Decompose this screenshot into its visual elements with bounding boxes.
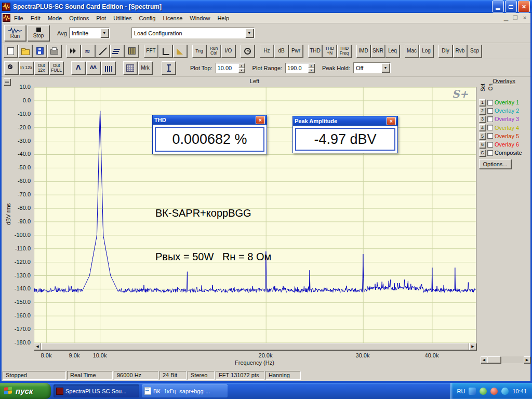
overlay-set-button-1[interactable]: 1 [479,99,486,106]
peak-hold-combo[interactable]: Off ▼ [353,62,391,73]
snr-button[interactable]: SNR [371,45,385,58]
avg-combo-arrow-icon[interactable]: ▼ [100,29,109,37]
zoom-button[interactable] [4,61,18,74]
zoom-spectrum-button[interactable] [81,45,95,58]
minimize-button[interactable] [492,1,504,12]
calibration-button[interactable] [173,45,187,58]
open-file-button[interactable] [18,45,32,58]
run-button[interactable]: Run [4,25,26,41]
overlay-set-button-C[interactable]: C [479,150,486,156]
peak-hold-arrow-icon[interactable]: ▼ [381,63,390,72]
overlay-checkbox-6[interactable] [487,142,493,148]
menu-help[interactable]: Help [214,14,233,22]
overlay-set-button-6[interactable]: 6 [479,141,486,148]
scroll-left-icon[interactable]: ◀ [481,356,487,363]
overlay-checkbox-5[interactable] [487,133,493,139]
overlay-set-button-5[interactable]: 5 [479,132,486,139]
title-bar[interactable]: SpectraPLUS-SC Sound Card Edition - [Spe… [0,0,532,13]
scroll-right-icon[interactable]: ▶ [524,356,530,363]
menu-options[interactable]: Options [65,14,92,22]
overlay-checkbox-2[interactable] [487,108,493,114]
thd-n-button[interactable]: THD +N [323,45,337,58]
plot-top-spinner[interactable]: 10.00 ▲ ▼ [216,63,245,73]
histogram-button[interactable] [101,61,115,74]
peak-curve-button[interactable] [71,61,85,74]
network-icon[interactable] [469,388,476,395]
overlay-set-button-3[interactable]: 3 [479,116,486,123]
mdi-minimize-button[interactable]: ▁ [502,15,510,21]
scrollbar-thumb[interactable] [487,356,501,363]
hz-units-button[interactable]: Hz [260,45,274,58]
zoom-out-12x-button[interactable]: Out 12x [34,61,48,74]
imd-button[interactable]: IMD [356,45,370,58]
mdi-close-button[interactable]: × [521,15,528,21]
save-button[interactable] [33,45,47,58]
language-indicator[interactable]: RU [457,388,466,394]
peak-window-titlebar[interactable]: Peak Amplitude × [293,116,397,126]
menu-window[interactable]: Window [186,14,214,22]
print-button[interactable] [47,45,61,58]
restore-button[interactable] [505,1,517,12]
compare-curves-button[interactable] [86,61,100,74]
spin-down-icon[interactable]: ▼ [308,68,314,73]
thd-window-titlebar[interactable]: THD × [153,115,267,125]
avg-combo[interactable]: Infinite ▼ [69,28,110,38]
scope-button[interactable]: Scp [468,45,482,58]
overlay-checkbox-4[interactable] [487,125,493,130]
leq-button[interactable]: Leq [385,45,400,58]
taskbar-task-1[interactable]: SpectraPLUS-SC Sou... [54,384,139,397]
phase-plot-button[interactable] [96,45,110,58]
log-button[interactable]: Log [419,45,433,58]
zoom-out-full-button[interactable]: Out FULL [49,61,63,74]
menu-plot[interactable]: Plot [92,14,110,22]
zoom-in-12x-button[interactable]: In 12x [19,61,33,74]
power-units-button[interactable]: Pwr [289,45,303,58]
overlay-checkbox-3[interactable] [487,116,493,122]
scroll-right-icon[interactable]: ▶ [469,343,476,350]
mdi-child-icon[interactable] [3,14,10,22]
overlay-set-button-4[interactable]: 4 [479,124,486,131]
overlay-checkbox-1[interactable] [487,100,493,105]
plot-horizontal-scrollbar[interactable]: ◀ ▶ [34,343,476,350]
play-all-button[interactable] [66,45,81,58]
splitter-corner-button[interactable] [4,78,10,85]
close-button[interactable]: × [518,1,530,12]
peak-amplitude-window[interactable]: Peak Amplitude × -4.97 dBV [292,116,398,153]
plot-range-value[interactable]: 190.0 [286,63,308,73]
load-configuration-combo[interactable]: Load Configuration ▼ [131,28,255,38]
thd-freq-button[interactable]: THD Freq [337,45,351,58]
new-file-button[interactable] [4,45,18,58]
scroll-left-icon[interactable]: ◀ [34,343,41,350]
run-control-button[interactable]: Run Ctrl [207,45,221,58]
grid-toggle-button[interactable] [123,61,137,74]
panel-horizontal-scrollbar[interactable]: ◀ ▶ [481,356,530,363]
update-icon[interactable] [501,388,509,395]
menu-mode[interactable]: Mode [44,14,66,22]
io-device-button[interactable]: I/O [221,45,235,58]
scaling-button[interactable] [158,45,172,58]
delay-button[interactable]: Dly [438,45,453,58]
plot-top-value[interactable]: 10.00 [216,63,238,73]
peak-window-close-button[interactable]: × [387,117,396,125]
thd-window-close-button[interactable]: × [256,116,265,124]
mdi-restore-button[interactable]: ❐ [512,15,519,21]
signal-generator-button[interactable] [241,45,255,58]
scrollbar-thumb[interactable] [41,343,469,350]
fft-settings-button[interactable]: FFT [144,45,158,58]
thd-button[interactable]: THD [308,45,322,58]
overlays-options-button[interactable]: Options... [479,159,511,169]
overlay-set-button-2[interactable]: 2 [479,108,486,114]
menu-edit[interactable]: Edit [27,14,44,22]
stop-button[interactable]: Stop [28,25,49,41]
thd-window[interactable]: THD × 0.000682 % [152,115,267,154]
plot-range-spinner[interactable]: 190.0 ▲ ▼ [285,63,315,73]
load-configuration-arrow-icon[interactable]: ▼ [245,29,254,37]
menu-file[interactable]: File [10,14,27,22]
start-button[interactable]: пуск [0,383,51,399]
menu-license[interactable]: License [159,14,186,22]
trigger-button[interactable]: Trig [192,45,206,58]
macro-button[interactable]: Mac [405,45,419,58]
menu-config[interactable]: Config [136,14,159,22]
menu-utilities[interactable]: Utilities [110,14,135,22]
antivirus-icon[interactable] [480,388,487,395]
